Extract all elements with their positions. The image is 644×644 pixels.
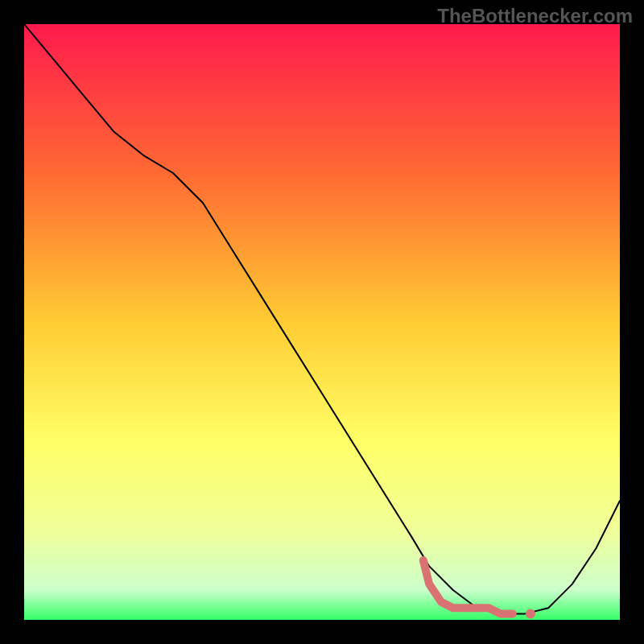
chart-plot-area [24,24,620,620]
chart-background [24,24,620,620]
watermark-text: TheBottlenecker.com [437,5,633,27]
chart-svg [24,24,620,620]
series-highlight-dot-point [526,609,535,619]
